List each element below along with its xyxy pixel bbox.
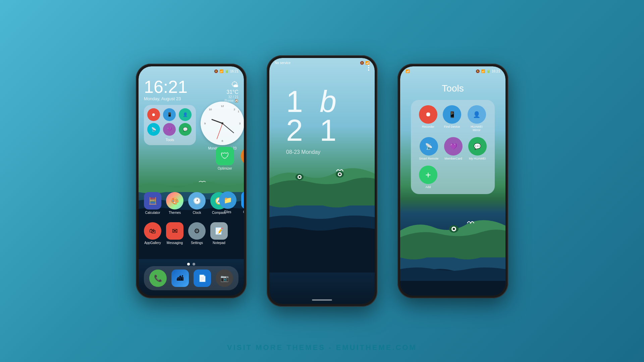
- p3-finddevice-icon[interactable]: 📱: [443, 105, 461, 124]
- settings-app[interactable]: ⚙ Settings: [188, 222, 206, 245]
- messaging-icon[interactable]: ✉: [166, 222, 183, 240]
- background: 🔕 📶 🔋 16:21 16:21 Monday, August 23 🌤: [136, 55, 508, 307]
- p3-myhuawei-label: My HUAWEI: [469, 157, 486, 160]
- svg-point-8: [453, 228, 455, 230]
- second-hand: [216, 123, 222, 139]
- watermark: VISIT MORE THEMES - EMUITHEME.COM: [227, 343, 417, 352]
- clock-app[interactable]: 🕐 Clock: [188, 192, 206, 215]
- clock-center: [221, 122, 223, 124]
- tool-mirror-icon[interactable]: 👤: [179, 108, 192, 121]
- status-bar-1: 🔕 📶 🔋 16:21: [139, 66, 244, 76]
- status-bar-3: 📶 🔕 📶 🔋 16:21: [400, 66, 505, 76]
- p3-membercard[interactable]: 💜 MemberCard: [444, 137, 463, 160]
- p3-title: Tools: [400, 83, 505, 94]
- p3-water: [400, 257, 505, 296]
- calculator-icon[interactable]: 🧮: [144, 192, 161, 209]
- clock-num-3: 3: [237, 121, 242, 126]
- p3-mirror-icon[interactable]: 👤: [468, 105, 486, 124]
- tool-finddevice-icon[interactable]: 📱: [163, 108, 176, 121]
- hour-hand: [211, 119, 223, 124]
- add-circle-icon[interactable]: +: [419, 166, 437, 184]
- gallery-icon[interactable]: 🏙: [171, 269, 189, 287]
- notes-icon[interactable]: 📄: [194, 269, 211, 287]
- tool-huawei-icon[interactable]: 💬: [179, 123, 192, 136]
- notepad-icon[interactable]: 📝: [210, 222, 228, 240]
- page-dots-1: [187, 263, 195, 265]
- optimizer-icon[interactable]: 🛡: [216, 147, 234, 165]
- p1-apps-row3: 🛍 AppGallery ✉ Messaging ⚙: [144, 222, 228, 245]
- mute-icon-1: 🔕: [214, 69, 218, 73]
- p3-recorder[interactable]: ⏺ Recorder: [419, 105, 437, 132]
- themes-icon[interactable]: 🎨: [166, 192, 183, 209]
- p1-dock: 📞 🏙 📄: [144, 266, 238, 290]
- p3-recorder-icon[interactable]: ⏺: [419, 105, 437, 124]
- phone-icon[interactable]: 📞: [149, 269, 167, 287]
- p3-smartremote[interactable]: 📡 Smart Remote: [419, 137, 438, 160]
- mute-icon-2: 🔕: [360, 61, 364, 65]
- camera-icon[interactable]: 📷: [216, 269, 233, 287]
- p3-membercard-label: MemberCard: [444, 157, 462, 160]
- calendar-app[interactable]: AUG 23 Calendar: [241, 191, 244, 214]
- files-icon[interactable]: 📁: [219, 191, 236, 209]
- phone-dock[interactable]: 📞: [149, 269, 167, 287]
- tool-member-icon[interactable]: 💜: [163, 123, 176, 136]
- phones-container: 🔕 📶 🔋 16:21 16:21 Monday, August 23 🌤: [136, 55, 508, 307]
- notes-dock[interactable]: 📄: [194, 269, 211, 287]
- appgallery-app[interactable]: 🛍 AppGallery: [144, 222, 161, 245]
- p1-time: 16:21 Monday, August 23: [144, 78, 187, 101]
- p1-top-apps: 🛡 Optimizer 🌤 Weather: [216, 147, 244, 170]
- notepad-app[interactable]: 📝 Notepad: [210, 222, 228, 245]
- p3-myhuawei-icon[interactable]: 💬: [468, 137, 487, 156]
- clock-num-12: 12: [220, 104, 225, 108]
- clock-num-1: 1: [236, 109, 241, 114]
- svg-point-5: [339, 173, 341, 175]
- status-right-3: 🔕 📶 🔋 16:21: [476, 69, 500, 73]
- calendar-icon[interactable]: AUG 23: [241, 191, 244, 209]
- clock-icon[interactable]: 🕐: [188, 192, 206, 209]
- p1-tools-folder[interactable]: ⏺ 📱 👤 📡 💜 💬 Tools: [144, 105, 196, 145]
- p2-digit-h2: b: [320, 88, 346, 115]
- calculator-app[interactable]: 🧮 Calculator: [144, 192, 161, 215]
- p1-apps-files-calendar: 📁 Files AUG 23 Calendar: [219, 191, 244, 214]
- p3-add-button[interactable]: + Add: [419, 166, 437, 189]
- dot-2: [193, 263, 195, 265]
- weather-temp: 31°C: [225, 89, 238, 95]
- files-label: Files: [224, 210, 231, 214]
- analog-clock: 12 3 6 9 2 10 1: [201, 102, 244, 145]
- p1-date: Monday, August 23: [144, 96, 187, 101]
- battery-icon-3: 🔋: [486, 69, 490, 73]
- p3-membercard-icon[interactable]: 💜: [444, 137, 463, 156]
- minute-hand: [222, 123, 234, 133]
- time-status-3: 16:21: [492, 69, 500, 73]
- camera-dock[interactable]: 📷: [216, 269, 233, 287]
- weather-app[interactable]: 🌤 Weather: [241, 147, 244, 170]
- p3-mirror[interactable]: 👤 HUAWEI Mirror: [467, 105, 487, 132]
- gallery-dock[interactable]: 🏙: [171, 269, 189, 287]
- p1-time-display: 16:21: [144, 78, 187, 96]
- p3-smartremote-icon[interactable]: 📡: [420, 137, 438, 156]
- clock-label: Clock: [193, 211, 201, 215]
- p2-water: [269, 205, 375, 273]
- p2-home-bar: [312, 299, 332, 301]
- tool-remote-icon[interactable]: 📡: [147, 123, 160, 136]
- messaging-app[interactable]: ✉ Messaging: [166, 222, 183, 245]
- settings-icon[interactable]: ⚙: [188, 222, 206, 240]
- time-status-1: 16:21: [230, 69, 238, 73]
- p3-finddevice[interactable]: 📱 Find Device: [443, 105, 461, 132]
- appgallery-label: AppGallery: [144, 241, 161, 245]
- appgallery-icon[interactable]: 🛍: [144, 222, 161, 240]
- p3-folder[interactable]: ⏺ Recorder 📱 Find Device: [411, 100, 495, 194]
- themes-app[interactable]: 🎨 Themes: [166, 192, 183, 215]
- clock-num-6: 6: [220, 138, 225, 143]
- phone-3: 📶 🔕 📶 🔋 16:21 Tools: [397, 64, 508, 298]
- p3-myhuawei[interactable]: 💬 My HUAWEI: [468, 137, 487, 160]
- weather-app-icon[interactable]: 🌤: [241, 147, 244, 165]
- files-app[interactable]: 📁 Files: [219, 191, 236, 214]
- optimizer-app[interactable]: 🛡 Optimizer: [216, 147, 234, 170]
- status-bar-2: No service 🔕 📶: [269, 58, 375, 67]
- weather-icon: 🌤: [225, 80, 238, 89]
- weather-range: 32 / 21: [225, 95, 238, 99]
- tool-recorder-icon[interactable]: ⏺: [147, 108, 160, 121]
- signal-icon-3: 📶: [481, 69, 485, 73]
- mute-icon-3: 🔕: [476, 69, 480, 73]
